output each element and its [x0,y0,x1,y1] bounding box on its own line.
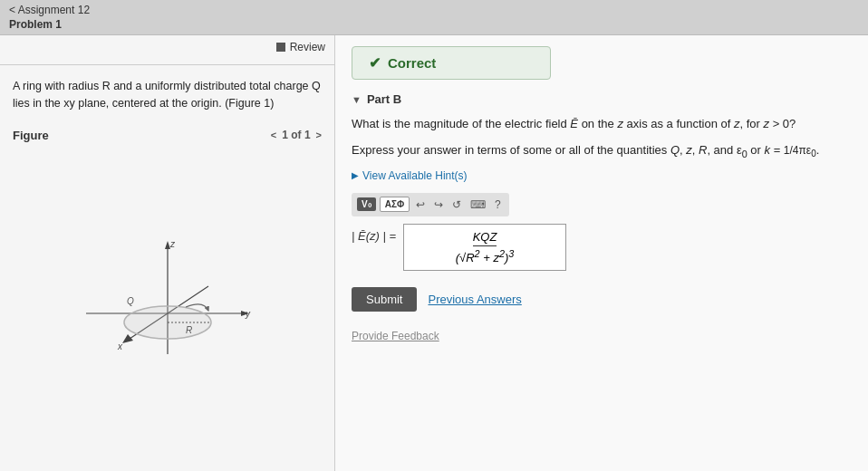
checkmark-icon: ✔ [369,54,381,72]
answer-row: | Ē(z) | = KQZ (√R2 + z2)3 [352,224,852,271]
review-icon [276,43,285,52]
next-figure-button[interactable]: > [316,130,322,140]
hint-link[interactable]: ▶ View Available Hint(s) [352,169,852,182]
right-panel: ✔ Correct ▼ Part B What is the magnitude… [335,35,868,471]
svg-text:y: y [245,309,251,319]
figure-image: z y x R Q [0,148,334,472]
answer-fraction: KQZ (√R2 + z2)3 [456,230,515,264]
part-b-arrow: ▼ [352,94,362,105]
problem-text: A ring with radius R and a uniformly dis… [0,71,334,120]
review-label[interactable]: Review [290,41,325,53]
svg-text:z: z [169,239,176,249]
keyboard-icon[interactable]: ⌨ [468,197,488,213]
svg-marker-7 [122,334,133,343]
redo-icon[interactable]: ↪ [431,197,446,213]
provide-feedback[interactable]: Provide Feedback [352,322,852,342]
toolbar: V₀ AΣΦ ↩ ↪ ↺ ⌨ ? [352,193,509,216]
answer-input-box[interactable]: KQZ (√R2 + z2)3 [403,224,566,271]
question-line1: What is the magnitude of the electric fi… [352,115,852,134]
top-bar: < Assignment 12 Problem 1 [0,0,868,35]
figure-nav: < 1 of 1 > [271,129,322,141]
submit-button[interactable]: Submit [352,287,417,312]
prev-figure-button[interactable]: < [271,130,276,140]
fraction-denominator: (√R2 + z2)3 [456,248,515,264]
vo-label: V₀ [362,199,371,209]
figure-svg: z y x R Q [68,236,267,381]
prev-answers-link[interactable]: Previous Answers [428,293,521,306]
part-b-header: ▼ Part B [352,92,852,106]
correct-label: Correct [388,55,436,71]
content-area: Review A ring with radius R and a unifor… [0,35,868,471]
figure-label: Figure [13,129,49,142]
problem-label: Problem 1 [9,18,859,31]
asf-button[interactable]: AΣΦ [380,197,410,212]
review-bar: Review [0,35,334,59]
svg-text:Q: Q [127,296,134,306]
figure-page: 1 of 1 [282,129,310,141]
answer-label: | Ē(z) | = [352,229,396,243]
back-link[interactable]: < Assignment 12 [9,4,90,16]
help-icon[interactable]: ? [492,197,504,213]
hint-label[interactable]: View Available Hint(s) [362,169,468,182]
left-panel: Review A ring with radius R and a unifor… [0,35,335,471]
svg-text:x: x [117,341,123,351]
main-container: < Assignment 12 Problem 1 Review A ring … [0,0,868,471]
correct-box: ✔ Correct [352,46,551,80]
question-line2: Express your answer in terms of some or … [352,141,852,162]
refresh-icon[interactable]: ↺ [449,197,464,213]
vo-button[interactable]: V₀ [357,197,376,211]
action-row: Submit Previous Answers [352,287,852,312]
figure-bar: Figure < 1 of 1 > [0,123,334,148]
fraction-numerator: KQZ [473,230,497,246]
svg-text:R: R [186,325,192,335]
divider [0,64,334,65]
part-b-label: Part B [367,92,401,106]
hint-arrow-icon: ▶ [352,170,359,180]
undo-icon[interactable]: ↩ [413,197,428,213]
asf-label: AΣΦ [385,199,404,209]
